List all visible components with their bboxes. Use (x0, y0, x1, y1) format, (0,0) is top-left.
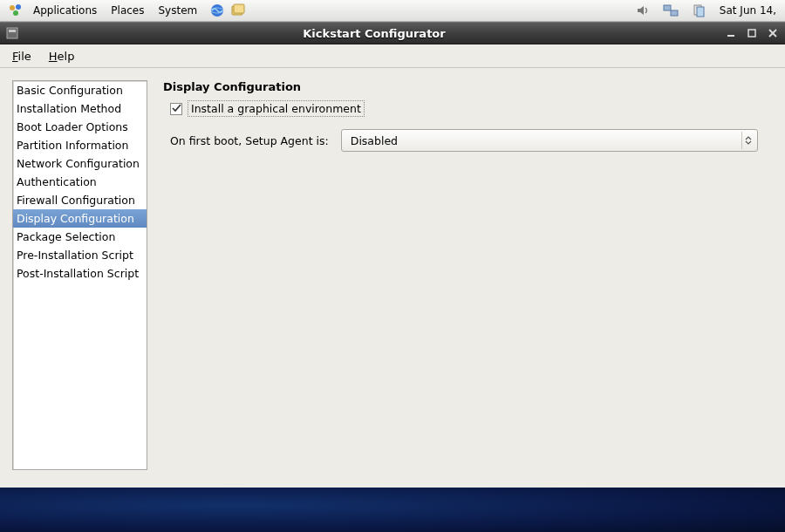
sidebar-item-partition-information[interactable]: Partition Information (13, 136, 147, 154)
app-icon (5, 26, 19, 40)
section-sidebar: Basic Configuration Installation Method … (12, 80, 147, 470)
clock[interactable]: Sat Jun 14, (716, 4, 780, 17)
sidebar-item-display-configuration[interactable]: Display Configuration (13, 209, 147, 228)
svg-rect-13 (727, 35, 734, 37)
section-title: Display Configuration (163, 80, 773, 93)
sidebar-item-basic-configuration[interactable]: Basic Configuration (13, 81, 147, 99)
svg-rect-12 (9, 30, 16, 32)
svg-point-1 (16, 4, 21, 10)
main-panel: Display Configuration Install a graphica… (163, 80, 773, 475)
first-boot-label: On first boot, Setup Agent is: (170, 134, 329, 147)
globe-icon[interactable] (209, 3, 225, 18)
svg-rect-11 (7, 28, 17, 38)
install-graphical-label[interactable]: Install a graphical environment (188, 100, 365, 117)
maximize-button[interactable] (745, 27, 759, 39)
first-boot-combo[interactable]: Disabled (341, 129, 758, 152)
menu-help[interactable]: Help (40, 47, 84, 65)
svg-rect-7 (664, 5, 671, 10)
sidebar-item-pre-installation-script[interactable]: Pre-Installation Script (13, 246, 147, 264)
install-graphical-checkbox[interactable] (170, 103, 182, 115)
clipboard-icon[interactable] (691, 3, 706, 18)
system-menu[interactable]: System (151, 2, 204, 19)
menu-help-rest: elp (58, 50, 75, 63)
sidebar-item-network-configuration[interactable]: Network Configuration (13, 154, 147, 173)
distributor-logo-icon[interactable] (8, 3, 24, 18)
svg-point-0 (10, 5, 15, 10)
places-menu[interactable]: Places (104, 2, 151, 19)
notes-icon[interactable] (230, 3, 246, 18)
gnome-top-panel: Applications Places System Sat Jun 14, (0, 0, 785, 22)
svg-rect-10 (697, 7, 704, 17)
volume-icon[interactable] (635, 3, 651, 18)
svg-rect-14 (748, 30, 755, 37)
svg-rect-8 (671, 10, 678, 16)
minimize-button[interactable] (724, 27, 738, 39)
desktop-background (0, 488, 785, 532)
sidebar-item-package-selection[interactable]: Package Selection (13, 228, 147, 246)
menu-file[interactable]: File (3, 47, 40, 65)
combo-stepper-icon[interactable] (741, 132, 755, 149)
svg-rect-6 (234, 4, 244, 13)
network-icon[interactable] (663, 3, 679, 18)
window-titlebar: Kickstart Configurator (0, 22, 785, 44)
content-area: Basic Configuration Installation Method … (0, 68, 785, 488)
first-boot-value: Disabled (351, 134, 398, 147)
close-button[interactable] (766, 27, 780, 39)
sidebar-item-post-installation-script[interactable]: Post-Installation Script (13, 264, 147, 283)
window-title: Kickstart Configurator (24, 27, 724, 40)
sidebar-item-authentication[interactable]: Authentication (13, 173, 147, 191)
sidebar-item-firewall-configuration[interactable]: Firewall Configuration (13, 191, 147, 209)
menu-file-rest: ile (18, 50, 31, 63)
sidebar-item-boot-loader-options[interactable]: Boot Loader Options (13, 118, 147, 136)
sidebar-item-installation-method[interactable]: Installation Method (13, 99, 147, 118)
applications-menu[interactable]: Applications (26, 2, 104, 19)
menubar: File Help (0, 44, 785, 68)
svg-point-2 (13, 10, 18, 16)
